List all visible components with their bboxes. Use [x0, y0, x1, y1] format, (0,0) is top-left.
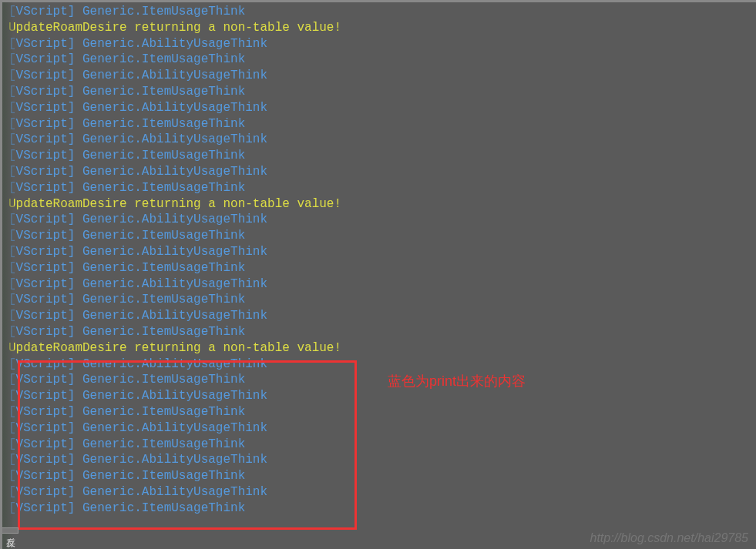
console-line: [VScript] Generic.ItemUsageThink	[8, 228, 750, 244]
console-line: [VScript] Generic.ItemUsageThink	[8, 372, 750, 388]
console-line: [VScript] Generic.ItemUsageThink	[8, 260, 750, 276]
console-line: [VScript] Generic.AbilityUsageThink	[8, 36, 750, 52]
console-line: [VScript] Generic.ItemUsageThink	[8, 500, 750, 517]
console-line: [VScript] Generic.AbilityUsageThink	[8, 388, 750, 404]
console-line: [VScript] Generic.ItemUsageThink	[8, 468, 750, 484]
console-line: [VScript] Generic.ItemUsageThink	[8, 437, 750, 453]
console-line: [VScript] Generic.ItemUsageThink	[8, 52, 750, 68]
annotation-text: 蓝色为print出来的内容	[388, 372, 526, 390]
console-output: [VScript] Generic.ItemUsageThinkUpdateRo…	[2, 2, 756, 518]
console-line: [VScript] Generic.AbilityUsageThink	[8, 68, 750, 84]
console-line: [VScript] Generic.ItemUsageThink	[8, 324, 750, 340]
side-tab[interactable]: 存反	[1, 527, 18, 534]
console-line: [VScript] Generic.AbilityUsageThink	[8, 100, 750, 116]
console-line: [VScript] Generic.AbilityUsageThink	[8, 164, 750, 180]
console-line: [VScript] Generic.ItemUsageThink	[8, 84, 750, 100]
console-line: [VScript] Generic.ItemUsageThink	[8, 180, 750, 196]
console-line: UpdateRoamDesire returning a non-table v…	[8, 196, 750, 213]
console-line: [VScript] Generic.AbilityUsageThink	[8, 276, 750, 293]
console-line: [VScript] Generic.ItemUsageThink	[8, 292, 750, 308]
console-line: [VScript] Generic.AbilityUsageThink	[8, 420, 750, 437]
console-line: [VScript] Generic.ItemUsageThink	[8, 148, 750, 164]
console-line: [VScript] Generic.AbilityUsageThink	[8, 132, 750, 148]
console-line: UpdateRoamDesire returning a non-table v…	[8, 340, 750, 357]
left-edge-decoration	[2, 2, 14, 549]
console-line: [VScript] Generic.AbilityUsageThink	[8, 357, 750, 373]
console-line: [VScript] Generic.AbilityUsageThink	[8, 484, 750, 500]
console-line: UpdateRoamDesire returning a non-table v…	[8, 20, 750, 36]
console-line: [VScript] Generic.AbilityUsageThink	[8, 308, 750, 324]
console-line: [VScript] Generic.ItemUsageThink	[8, 116, 750, 132]
console-line: [VScript] Generic.AbilityUsageThink	[8, 244, 750, 260]
console-line: [VScript] Generic.ItemUsageThink	[8, 4, 750, 20]
console-line: [VScript] Generic.AbilityUsageThink	[8, 212, 750, 228]
console-line: [VScript] Generic.AbilityUsageThink	[8, 452, 750, 468]
watermark-text: http://blog.csdn.net/hai29785	[590, 531, 749, 545]
console-line: [VScript] Generic.ItemUsageThink	[8, 404, 750, 420]
